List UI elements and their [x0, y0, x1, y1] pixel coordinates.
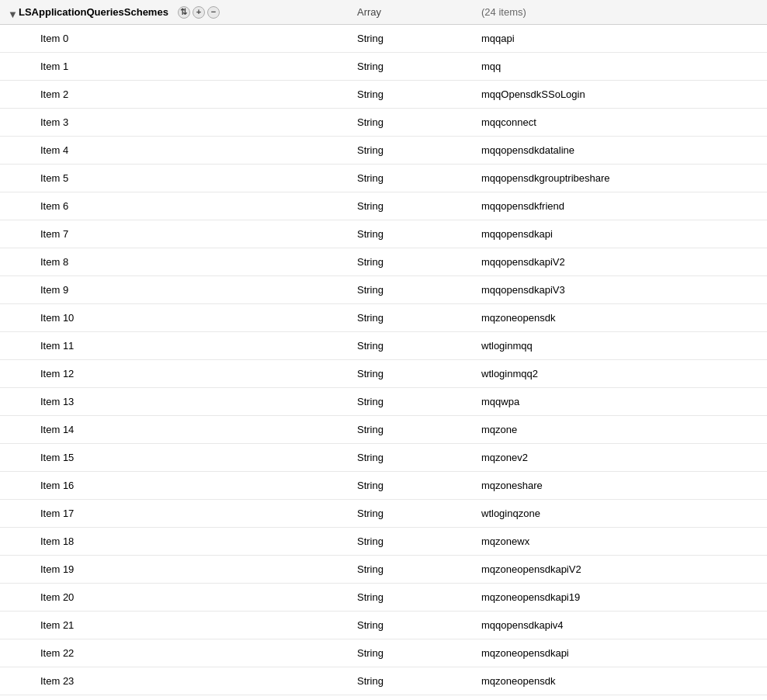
item-value: mqqwpa: [481, 396, 767, 407]
item-key: Item 2: [0, 88, 357, 100]
item-type: String: [357, 200, 481, 212]
header-value-cell: (24 items): [481, 6, 767, 18]
table-row[interactable]: Item 14Stringmqzone: [0, 416, 767, 444]
item-key: Item 17: [0, 508, 357, 519]
table-row[interactable]: Item 0Stringmqqapi: [0, 25, 767, 53]
item-key: Item 13: [0, 396, 357, 407]
table-row[interactable]: Item 7Stringmqqopensdkapi: [0, 220, 767, 248]
table-row[interactable]: Item 13Stringmqqwpa: [0, 388, 767, 416]
table-row[interactable]: Item 16Stringmqzoneshare: [0, 472, 767, 500]
header-type-cell: Array: [357, 6, 481, 18]
item-type: String: [357, 116, 481, 128]
item-value: mqqapi: [481, 33, 767, 44]
item-key: Item 22: [0, 647, 357, 659]
item-type: String: [357, 424, 481, 435]
item-type: String: [357, 452, 481, 463]
item-type: String: [357, 535, 481, 547]
item-type: String: [357, 480, 481, 491]
item-value: mqqOpensdkSSoLogin: [481, 88, 767, 100]
item-key: Item 9: [0, 284, 357, 296]
item-type: String: [357, 256, 481, 268]
table-row[interactable]: Item 20Stringmqzoneopensdkapi19: [0, 584, 767, 612]
item-value: mqzoneshare: [481, 480, 767, 491]
item-value: mqqopensdkdataline: [481, 144, 767, 156]
item-key: Item 0: [0, 33, 357, 44]
table-row[interactable]: Item 3Stringmqqconnect: [0, 109, 767, 137]
add-button[interactable]: +: [193, 6, 205, 19]
item-value: mqzoneopensdk: [481, 312, 767, 324]
item-key: Item 5: [0, 172, 357, 184]
item-type: String: [357, 508, 481, 519]
item-value: mqqopensdkapiv4: [481, 619, 767, 631]
header-key-cell: ▼ LSApplicationQueriesSchemes ⇅ + −: [0, 6, 357, 19]
property-list-table: ▼ LSApplicationQueriesSchemes ⇅ + − Arra…: [0, 0, 767, 695]
item-type: String: [357, 284, 481, 296]
item-value: mqqopensdkfriend: [481, 200, 767, 212]
item-value: mqzonewx: [481, 535, 767, 547]
item-value: mqzoneopensdk: [481, 675, 767, 687]
item-key: Item 21: [0, 619, 357, 631]
table-row[interactable]: Item 10Stringmqzoneopensdk: [0, 304, 767, 332]
table-row[interactable]: Item 8StringmqqopensdkapiV2: [0, 248, 767, 276]
table-row[interactable]: Item 22Stringmqzoneopensdkapi: [0, 639, 767, 667]
item-key: Item 4: [0, 144, 357, 156]
item-value: mqqopensdkapi: [481, 228, 767, 240]
rows-container: Item 0StringmqqapiItem 1StringmqqItem 2S…: [0, 25, 767, 695]
expand-icon[interactable]: ▼: [8, 9, 16, 16]
item-key: Item 12: [0, 368, 357, 379]
table-row[interactable]: Item 5Stringmqqopensdkgrouptribeshare: [0, 165, 767, 192]
item-key: Item 7: [0, 228, 357, 240]
item-key: Item 3: [0, 116, 357, 128]
table-row[interactable]: Item 9StringmqqopensdkapiV3: [0, 276, 767, 304]
item-type: String: [357, 396, 481, 407]
table-row[interactable]: Item 6Stringmqqopensdkfriend: [0, 192, 767, 220]
item-value: mqqconnect: [481, 116, 767, 128]
item-type: String: [357, 675, 481, 687]
item-value: wtloginqzone: [481, 508, 767, 519]
item-key: Item 11: [0, 340, 357, 352]
remove-button[interactable]: −: [207, 6, 220, 19]
item-type: String: [357, 61, 481, 72]
item-value: mqzoneopensdkapi19: [481, 591, 767, 603]
item-type: String: [357, 619, 481, 631]
item-type: String: [357, 144, 481, 156]
item-type: String: [357, 172, 481, 184]
item-key: Item 1: [0, 61, 357, 72]
item-type: String: [357, 647, 481, 659]
item-type: String: [357, 228, 481, 240]
item-type: String: [357, 340, 481, 352]
table-row[interactable]: Item 1Stringmqq: [0, 53, 767, 81]
table-row[interactable]: Item 21Stringmqqopensdkapiv4: [0, 612, 767, 639]
table-row[interactable]: Item 15Stringmqzonev2: [0, 444, 767, 472]
item-key: Item 19: [0, 563, 357, 575]
stepper-button[interactable]: ⇅: [178, 6, 190, 19]
item-key: Item 16: [0, 480, 357, 491]
item-type: String: [357, 33, 481, 44]
table-row[interactable]: Item 2StringmqqOpensdkSSoLogin: [0, 81, 767, 109]
item-key: Item 23: [0, 675, 357, 687]
item-key: Item 6: [0, 200, 357, 212]
item-type: String: [357, 312, 481, 324]
item-value: mqzoneopensdkapi: [481, 647, 767, 659]
item-key: Item 8: [0, 256, 357, 268]
item-value: mqqopensdkapiV2: [481, 256, 767, 268]
table-row[interactable]: Item 4Stringmqqopensdkdataline: [0, 137, 767, 165]
item-type: String: [357, 591, 481, 603]
table-row[interactable]: Item 11Stringwtloginmqq: [0, 332, 767, 360]
table-row[interactable]: Item 23Stringmqzoneopensdk: [0, 667, 767, 695]
item-value: mqqopensdkgrouptribeshare: [481, 172, 767, 184]
item-key: Item 15: [0, 452, 357, 463]
item-value: mqzone: [481, 424, 767, 435]
item-key: Item 10: [0, 312, 357, 324]
item-value: mqzonev2: [481, 452, 767, 463]
item-type: String: [357, 563, 481, 575]
item-key: Item 18: [0, 535, 357, 547]
item-value: wtloginmqq2: [481, 368, 767, 379]
item-value: wtloginmqq: [481, 340, 767, 352]
table-row[interactable]: Item 18Stringmqzonewx: [0, 528, 767, 556]
header-key-label: LSApplicationQueriesSchemes: [19, 6, 168, 18]
item-key: Item 14: [0, 424, 357, 435]
table-row[interactable]: Item 19StringmqzoneopensdkapiV2: [0, 556, 767, 584]
table-row[interactable]: Item 17Stringwtloginqzone: [0, 500, 767, 528]
table-row[interactable]: Item 12Stringwtloginmqq2: [0, 360, 767, 388]
